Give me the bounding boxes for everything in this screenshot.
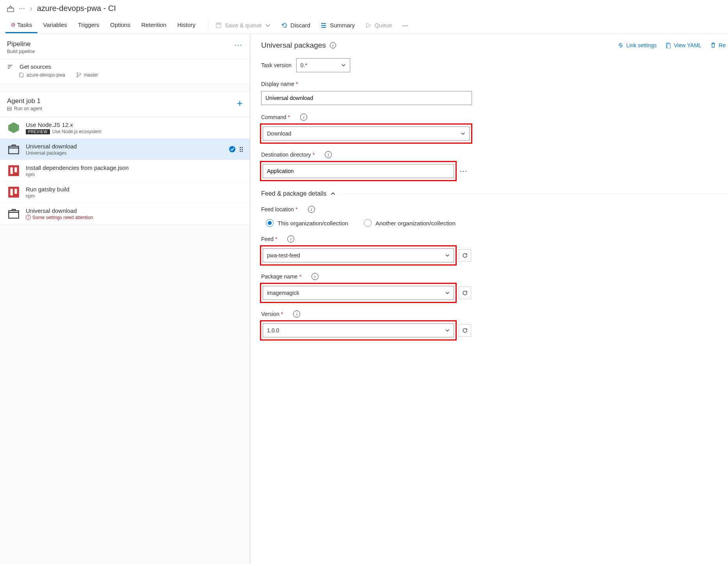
version-label: Version	[261, 311, 279, 317]
tab-retention[interactable]: Retention	[136, 18, 172, 33]
add-task-button[interactable]: +	[237, 97, 243, 109]
breadcrumb-more[interactable]: ⋯	[19, 5, 25, 12]
svg-rect-2	[217, 23, 220, 25]
svg-rect-15	[11, 189, 13, 196]
task-universal-download[interactable]: Universal download Universal packages	[0, 139, 250, 160]
branch-label: master	[76, 72, 98, 78]
sources-icon	[7, 64, 13, 70]
svg-rect-9	[9, 146, 19, 154]
error-icon: !	[26, 215, 31, 220]
svg-rect-13	[14, 168, 17, 173]
info-icon[interactable]: i	[308, 206, 315, 213]
command-select[interactable]: Download	[263, 127, 470, 141]
feed-label: Feed	[261, 236, 274, 242]
package-name-label: Package name	[261, 273, 297, 280]
remove-button[interactable]: Re	[710, 42, 726, 48]
svg-rect-1	[216, 23, 221, 28]
svg-point-4	[77, 76, 78, 78]
link-settings-button[interactable]: Link settings	[618, 42, 657, 48]
package-icon	[7, 143, 20, 156]
task-version-select[interactable]: 0.*	[296, 58, 350, 72]
package-icon	[7, 207, 20, 220]
toolbar-more[interactable]: ⋯	[402, 22, 409, 29]
command-label: Command	[261, 114, 287, 120]
refresh-icon	[462, 327, 468, 334]
info-icon[interactable]: i	[293, 310, 300, 317]
svg-point-10	[229, 146, 235, 152]
preview-badge: PREVIEW	[26, 129, 50, 134]
dest-dir-label: Destination directory	[261, 152, 311, 158]
trash-icon	[710, 42, 716, 48]
repo-icon	[19, 72, 24, 78]
svg-rect-11	[8, 165, 19, 176]
svg-rect-14	[8, 187, 19, 198]
browse-button[interactable]: ⋯	[459, 166, 468, 176]
svg-point-5	[79, 73, 81, 75]
get-sources-item[interactable]: Get sources azure-devops-pwa master	[0, 59, 250, 84]
feed-select[interactable]: pwa-test-feed	[263, 248, 454, 262]
nodejs-icon	[7, 121, 20, 134]
tab-tasks[interactable]: ⊘Tasks	[5, 18, 37, 33]
save-icon	[215, 22, 222, 29]
refresh-feed-button[interactable]	[459, 249, 471, 262]
chevron-down-icon	[461, 131, 465, 136]
play-icon	[365, 22, 371, 29]
svg-rect-6	[7, 107, 11, 109]
feed-section-header[interactable]: Feed & package details	[261, 190, 728, 197]
chevron-right-icon: ›	[30, 4, 32, 13]
chevron-up-icon	[330, 191, 336, 196]
breadcrumb: ⋯ › azure-devops-pwa - CI	[0, 0, 728, 17]
radio-another-org[interactable]: Another organization/collection	[364, 219, 456, 227]
repo-label: azure-devops-pwa	[19, 72, 65, 78]
refresh-package-button[interactable]	[459, 287, 471, 299]
pipeline-header[interactable]: Pipeline Build pipeline ⋯	[0, 34, 250, 59]
package-name-select[interactable]: imagemagick	[263, 286, 454, 300]
undo-icon	[281, 22, 287, 29]
feed-location-label: Feed location	[261, 206, 294, 212]
refresh-icon	[462, 252, 468, 259]
tab-history[interactable]: History	[172, 18, 201, 33]
task-universal-download-error[interactable]: Universal download !Some settings need a…	[0, 203, 250, 225]
pipeline-tree: Pipeline Build pipeline ⋯ Get sources az…	[0, 34, 250, 564]
task-use-nodejs[interactable]: Use Node.JS 12.x PREVIEWUse Node.js ecos…	[0, 117, 250, 139]
refresh-icon	[462, 290, 468, 296]
info-icon[interactable]: i	[330, 42, 336, 48]
task-install-deps[interactable]: Install dependencies from package.json n…	[0, 160, 250, 182]
svg-rect-7	[7, 109, 11, 111]
summary-button[interactable]: Summary	[320, 22, 355, 29]
save-queue-button[interactable]: Save & queue	[215, 22, 271, 29]
task-details-panel: Universal packages i Link settings View …	[250, 34, 728, 564]
tab-triggers[interactable]: Triggers	[73, 18, 105, 33]
project-icon	[7, 5, 14, 12]
version-select[interactable]: 1.0.0	[263, 323, 454, 337]
info-icon[interactable]: i	[311, 273, 319, 280]
display-name-input[interactable]	[261, 91, 472, 105]
page-title: azure-devops-pwa - CI	[37, 4, 116, 13]
info-icon[interactable]: i	[300, 114, 307, 121]
info-icon[interactable]: i	[325, 151, 332, 158]
yaml-icon	[665, 42, 671, 48]
queue-button[interactable]: Queue	[365, 22, 392, 29]
chevron-down-icon	[445, 328, 450, 333]
toolbar: ⊘Tasks Variables Triggers Options Retent…	[0, 17, 728, 34]
tab-options[interactable]: Options	[105, 18, 136, 33]
task-gatsby-build[interactable]: Run gatsby build npm	[0, 182, 250, 203]
pipeline-subtitle: Build pipeline	[7, 49, 35, 54]
drag-handle[interactable]	[240, 147, 243, 152]
pipeline-more[interactable]: ⋯	[234, 40, 243, 50]
discard-button[interactable]: Discard	[281, 22, 310, 29]
dest-dir-input[interactable]	[263, 164, 454, 178]
chevron-down-icon	[341, 63, 346, 68]
svg-rect-16	[14, 189, 17, 194]
pipeline-title: Pipeline	[7, 40, 35, 48]
tab-variables[interactable]: Variables	[37, 18, 72, 33]
chevron-down-icon	[265, 22, 271, 29]
radio-this-org[interactable]: This organization/collection	[266, 219, 348, 227]
refresh-version-button[interactable]	[459, 324, 471, 337]
view-yaml-button[interactable]: View YAML	[665, 42, 701, 48]
panel-title: Universal packages	[261, 41, 326, 50]
agent-job-header[interactable]: Agent job 1 Run on agent +	[0, 91, 250, 117]
warning-icon: ⊘	[11, 21, 16, 28]
info-icon[interactable]: i	[287, 235, 294, 243]
branch-icon	[76, 72, 82, 78]
